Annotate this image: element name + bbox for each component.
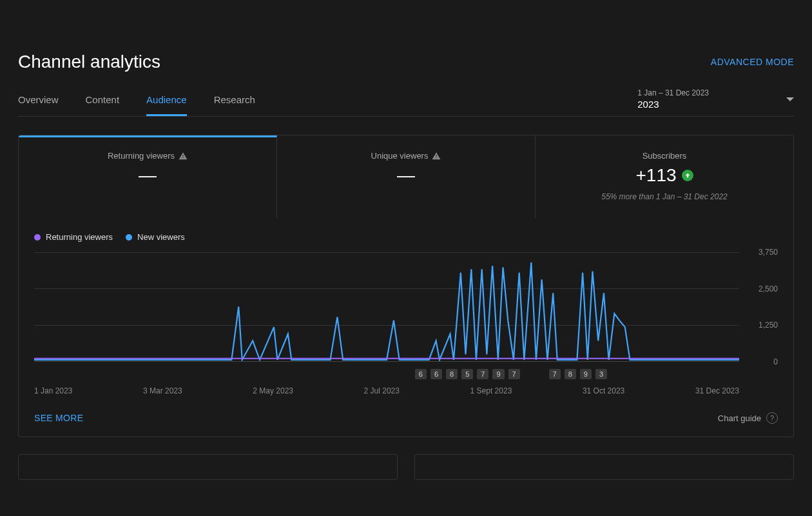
chevron-down-icon: [786, 97, 794, 101]
metric-row: Returning viewers — Unique viewers — Sub…: [19, 135, 793, 218]
y-tick: 0: [773, 357, 778, 366]
metric-returning-viewers[interactable]: Returning viewers —: [19, 135, 277, 218]
x-tick: 3 Mar 2023: [143, 386, 182, 395]
date-year: 2023: [637, 99, 709, 110]
metric-label-text: Returning viewers: [108, 151, 175, 161]
metric-value: +113: [543, 165, 786, 186]
see-more-button[interactable]: SEE MORE: [34, 413, 83, 423]
metric-value: —: [26, 165, 269, 186]
metric-label: Returning viewers: [108, 151, 188, 161]
warning-icon: [432, 152, 441, 161]
help-icon: ?: [766, 412, 778, 424]
metric-label: Unique viewers: [371, 151, 441, 161]
y-axis: 3,750 2,500 1,250 0: [739, 252, 778, 362]
header-row: Channel analytics ADVANCED MODE: [18, 0, 794, 85]
page-title: Channel analytics: [18, 52, 160, 72]
legend-label: New viewers: [137, 232, 185, 242]
legend-dot-icon: [126, 234, 132, 241]
x-tick: 1 Jan 2023: [34, 386, 72, 395]
chart-marker: 9: [580, 369, 592, 379]
metric-value-text: +113: [635, 165, 676, 186]
chart-area: Returning viewers New viewers: [19, 218, 793, 401]
legend-label: Returning viewers: [46, 232, 113, 242]
metric-value: —: [285, 165, 527, 186]
chart-plot: 6 6 8 5 7 9 7 7 8 9 3: [34, 252, 778, 362]
x-axis: 1 Jan 2023 3 Mar 2023 2 May 2023 2 Jul 2…: [34, 386, 778, 395]
date-range-label: 1 Jan – 31 Dec 2023: [637, 88, 709, 97]
y-tick: 3,750: [759, 248, 778, 257]
legend-returning: Returning viewers: [34, 232, 113, 242]
metric-subscribers[interactable]: Subscribers +113 55% more than 1 Jan – 3…: [536, 135, 793, 218]
chart-legend: Returning viewers New viewers: [34, 232, 778, 242]
date-text: 1 Jan – 31 Dec 2023 2023: [637, 88, 709, 110]
date-range-picker[interactable]: 1 Jan – 31 Dec 2023 2023: [637, 88, 794, 116]
analytics-card: Returning viewers — Unique viewers — Sub…: [18, 135, 794, 437]
tab-research[interactable]: Research: [214, 85, 255, 116]
x-tick: 2 Jul 2023: [364, 386, 400, 395]
chart-marker: 3: [595, 369, 607, 379]
metric-unique-viewers[interactable]: Unique viewers —: [277, 135, 536, 218]
tabs: Overview Content Audience Research: [18, 85, 255, 116]
advanced-mode-button[interactable]: ADVANCED MODE: [711, 57, 794, 67]
tab-audience[interactable]: Audience: [146, 85, 187, 116]
x-tick: 1 Sept 2023: [470, 386, 512, 395]
chart-guide-label: Chart guide: [718, 413, 761, 423]
x-tick: 31 Dec 2023: [695, 386, 739, 395]
legend-new: New viewers: [126, 232, 185, 242]
chart-marker: 8: [565, 369, 576, 379]
card-placeholder-right[interactable]: [414, 454, 794, 480]
marker-group-2: 7 8 9 3: [34, 369, 739, 379]
chart-canvas[interactable]: 6 6 8 5 7 9 7 7 8 9 3: [34, 252, 739, 362]
metric-label: Subscribers: [643, 151, 687, 161]
card-placeholder-left[interactable]: [18, 454, 398, 480]
x-tick: 31 Oct 2023: [583, 386, 624, 395]
metric-comparison: 55% more than 1 Jan – 31 Dec 2022: [543, 192, 786, 201]
y-tick: 1,250: [759, 321, 778, 330]
y-tick: 2,500: [759, 284, 778, 293]
chart-svg: [34, 252, 739, 361]
below-cards: [18, 454, 794, 480]
trend-up-icon: [682, 170, 693, 181]
tab-overview[interactable]: Overview: [18, 85, 59, 116]
metric-label-text: Unique viewers: [371, 151, 429, 161]
warning-icon: [179, 152, 188, 161]
tabs-row: Overview Content Audience Research 1 Jan…: [18, 85, 794, 117]
legend-dot-icon: [34, 234, 41, 241]
chart-marker: 7: [549, 369, 561, 379]
chart-guide-button[interactable]: Chart guide ?: [718, 412, 778, 424]
card-footer: SEE MORE Chart guide ?: [19, 401, 793, 437]
x-tick: 2 May 2023: [253, 386, 293, 395]
tab-content[interactable]: Content: [86, 85, 120, 116]
